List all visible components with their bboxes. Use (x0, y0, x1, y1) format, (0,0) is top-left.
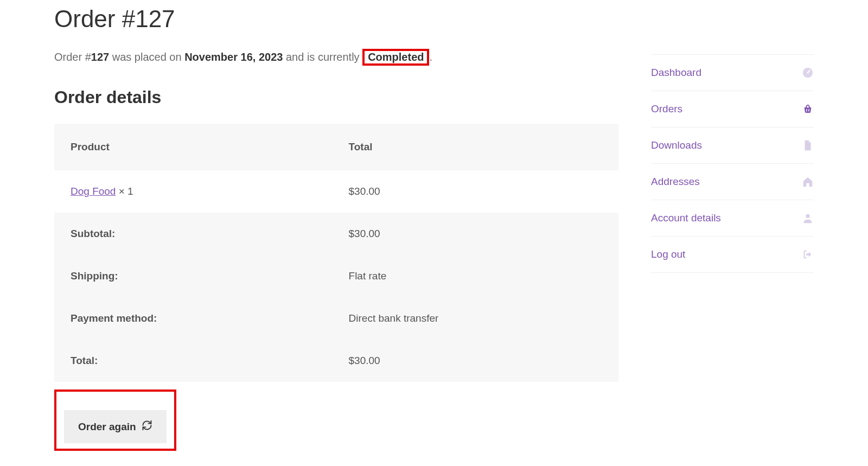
sidebar-item-addresses[interactable]: Addresses (651, 163, 814, 200)
order-again-button[interactable]: Order again (64, 410, 167, 443)
summary-prefix: Order # (54, 51, 91, 63)
order-main: Order #127 Order #127 was placed on Nove… (54, 5, 618, 451)
sidebar-item-label: Addresses (651, 176, 700, 188)
user-icon (802, 212, 814, 224)
summary-status-prefix: and is currently (283, 51, 362, 63)
account-sidebar: Dashboard Orders Downloads Addresses (651, 5, 814, 451)
svg-rect-2 (806, 109, 807, 112)
status-highlight: Completed (362, 49, 429, 66)
summary-date: November 16, 2023 (184, 51, 283, 63)
order-details-heading: Order details (54, 87, 618, 107)
summary-period: . (429, 51, 432, 63)
cell-product: Dog Food × 1 (54, 170, 333, 213)
table-header-row: Product Total (54, 124, 618, 170)
svg-point-4 (806, 214, 809, 218)
sidebar-item-account-details[interactable]: Account details (651, 200, 814, 236)
value-shipping: Flat rate (333, 255, 618, 297)
logout-icon (802, 248, 814, 260)
basket-icon (802, 103, 814, 115)
sidebar-item-label: Log out (651, 248, 685, 260)
label-total: Total: (54, 340, 333, 382)
file-icon (802, 139, 814, 151)
row-total: Total: $30.00 (54, 340, 618, 382)
row-subtotal: Subtotal: $30.00 (54, 213, 618, 255)
cell-line-total: $30.00 (333, 170, 618, 213)
sidebar-item-label: Orders (651, 103, 682, 115)
value-total: $30.00 (333, 340, 618, 382)
order-details-table: Product Total Dog Food × 1 $30.00 Subtot… (54, 124, 618, 382)
dashboard-icon (802, 67, 814, 79)
account-nav: Dashboard Orders Downloads Addresses (651, 54, 814, 273)
summary-order-number: 127 (91, 51, 109, 63)
col-total: Total (333, 124, 618, 170)
row-payment: Payment method: Direct bank transfer (54, 297, 618, 340)
order-again-label: Order again (78, 421, 136, 433)
product-qty: × 1 (116, 186, 133, 197)
order-again-highlight: Order again (54, 390, 176, 451)
col-product: Product (54, 124, 333, 170)
order-summary-line: Order #127 was placed on November 16, 20… (54, 49, 618, 66)
sidebar-item-label: Downloads (651, 139, 702, 151)
home-icon (802, 176, 814, 188)
value-payment: Direct bank transfer (333, 297, 618, 340)
sidebar-item-orders[interactable]: Orders (651, 91, 814, 127)
value-subtotal: $30.00 (333, 213, 618, 255)
svg-point-1 (807, 72, 809, 74)
refresh-icon (142, 420, 152, 433)
sidebar-item-logout[interactable]: Log out (651, 236, 814, 273)
sidebar-item-label: Account details (651, 212, 721, 224)
summary-status: Completed (368, 51, 424, 63)
table-row: Dog Food × 1 $30.00 (54, 170, 618, 213)
row-shipping: Shipping: Flat rate (54, 255, 618, 297)
sidebar-item-dashboard[interactable]: Dashboard (651, 54, 814, 91)
summary-placed: was placed on (109, 51, 184, 63)
label-payment: Payment method: (54, 297, 333, 340)
page-title: Order #127 (54, 5, 618, 33)
sidebar-item-label: Dashboard (651, 67, 701, 79)
svg-rect-3 (808, 109, 809, 112)
product-link[interactable]: Dog Food (71, 186, 116, 197)
sidebar-item-downloads[interactable]: Downloads (651, 127, 814, 163)
label-subtotal: Subtotal: (54, 213, 333, 255)
label-shipping: Shipping: (54, 255, 333, 297)
